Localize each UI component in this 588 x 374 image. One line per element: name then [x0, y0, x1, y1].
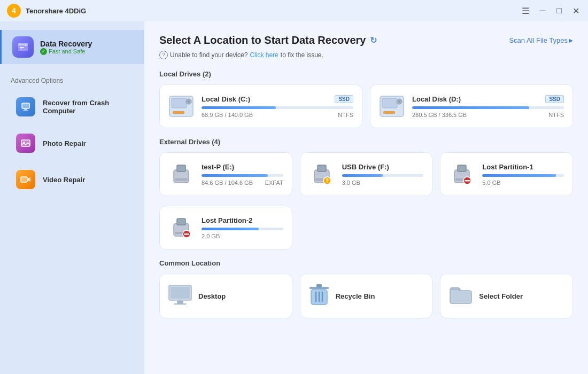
svg-point-4 [25, 45, 26, 46]
drive-d-icon-wrap [379, 94, 405, 119]
menu-icon[interactable]: ☰ [520, 5, 531, 17]
drive-f-progress [342, 174, 424, 177]
svg-rect-47 [174, 303, 187, 305]
drive-card-c[interactable]: Local Disk (C:) SSD 68.9 GB / 140.0 GB N… [159, 84, 362, 128]
titlebar-left: 4 Tenorshare 4DDiG [6, 3, 86, 18]
folder-icon [449, 285, 473, 307]
recycle-bin-icon [309, 284, 329, 308]
drive-d-name: Local Disk (D:) [412, 95, 461, 103]
drive-c-progress [202, 106, 353, 109]
drive-e-size: 84.6 GB / 104.6 GB [202, 180, 253, 186]
drive-c-info: Local Disk (C:) SSD 68.9 GB / 140.0 GB N… [202, 95, 353, 118]
titlebar-controls: ☰ ─ □ ✕ [520, 5, 582, 17]
drive-d-size: 260.5 GB / 336.5 GB [412, 112, 467, 118]
scan-all-button[interactable]: Scan All File Types [509, 36, 573, 44]
local-drives-title: Local Drives (2) [159, 70, 573, 78]
drive-lp1-meta: 5.0 GB [482, 180, 564, 186]
usb-e-icon [169, 162, 193, 186]
svg-point-20 [188, 100, 190, 103]
common-card-desktop[interactable]: Desktop [159, 274, 292, 318]
drive-e-name: test-P (E:) [202, 163, 234, 171]
common-location-title: Common Location [159, 259, 573, 267]
svg-rect-49 [316, 284, 322, 287]
common-card-folder[interactable]: Select Folder [440, 274, 573, 318]
usb-lp1-icon [450, 162, 474, 186]
help-text-content: Unable to find your device? [170, 51, 247, 59]
minimize-icon[interactable]: ─ [538, 5, 548, 17]
svg-rect-14 [21, 177, 27, 182]
maximize-icon[interactable]: □ [554, 5, 564, 17]
drive-lp1-info: Lost Partition-1 5.0 GB [482, 163, 564, 186]
drive-d-fs: NTFS [548, 112, 564, 118]
video-label: Video Repair [43, 176, 85, 184]
drive-lp2-progress [202, 228, 283, 230]
drive-f-icon-wrap: ? [309, 161, 335, 187]
drive-card-e[interactable]: test-P (E:) 84.6 GB / 104.6 GB EXFAT [159, 152, 292, 196]
folder-label: Select Folder [479, 292, 523, 300]
drive-card-d[interactable]: Local Disk (D:) SSD 260.5 GB / 336.5 GB … [370, 84, 573, 128]
page-header: Select A Location to Start Data Recovery… [159, 34, 573, 46]
sidebar-data-recovery-item[interactable]: Data Recovery Fast and Safe [0, 30, 144, 64]
help-link[interactable]: Click here [250, 51, 278, 59]
drive-lp2-size: 2.0 GB [202, 233, 220, 239]
sidebar-main-text: Data Recovery Fast and Safe [40, 40, 92, 55]
drive-lp1-size: 5.0 GB [482, 180, 500, 186]
drive-f-info: USB Drive (F:) 3.0 GB [342, 163, 424, 186]
drive-f-name: USB Drive (F:) [342, 163, 389, 171]
desktop-label: Desktop [198, 292, 226, 300]
drive-card-lp1[interactable]: Lost Partition-1 5.0 GB [440, 152, 573, 196]
svg-rect-17 [172, 98, 187, 108]
advanced-options-label: Advanced Options [0, 68, 144, 89]
sidebar-item-crash[interactable]: Recover from Crash Computer [5, 90, 138, 124]
desktop-icon [168, 285, 192, 307]
svg-rect-30 [318, 165, 326, 172]
data-recovery-subtitle: Fast and Safe [40, 48, 92, 55]
drive-d-meta: 260.5 GB / 336.5 GB NTFS [412, 112, 564, 118]
drive-card-f[interactable]: ? USB Drive (F:) 3.0 GB [300, 152, 433, 196]
hdd-d-icon [379, 95, 405, 118]
drive-e-info: test-P (E:) 84.6 GB / 104.6 GB EXFAT [202, 163, 283, 186]
svg-text:?: ? [326, 178, 329, 184]
svg-text:4: 4 [12, 6, 16, 15]
svg-rect-6 [20, 49, 22, 50]
drive-lp1-icon-wrap [449, 161, 475, 187]
drive-c-badge: SSD [335, 95, 353, 103]
crash-label: Recover from Crash Computer [43, 99, 128, 115]
svg-rect-3 [18, 43, 28, 45]
svg-rect-22 [382, 98, 397, 108]
svg-rect-23 [383, 111, 395, 114]
data-recovery-icon [12, 36, 34, 58]
svg-rect-46 [177, 301, 183, 303]
data-recovery-title: Data Recovery [40, 40, 92, 48]
drive-lp1-progress [482, 174, 564, 177]
sidebar: Data Recovery Fast and Safe Advanced Opt… [0, 21, 144, 374]
svg-point-25 [398, 100, 400, 103]
drive-e-progress [202, 174, 283, 177]
svg-rect-35 [458, 165, 466, 172]
usb-lp2-icon [169, 216, 193, 239]
svg-rect-10 [23, 110, 28, 111]
close-icon[interactable]: ✕ [570, 5, 582, 17]
common-location-grid: Desktop Recycle Bin [159, 274, 573, 318]
svg-rect-27 [177, 165, 185, 172]
help-suffix: to fix the issue. [281, 51, 323, 59]
sidebar-item-photo[interactable]: Photo Repair [5, 126, 138, 160]
external-drives-grid-bottom: Lost Partition-2 2.0 GB [159, 206, 573, 250]
page-title-wrap: Select A Location to Start Data Recovery… [159, 34, 377, 46]
svg-rect-28 [175, 178, 188, 181]
sidebar-item-video[interactable]: Video Repair [5, 162, 138, 197]
drive-card-lp2[interactable]: Lost Partition-2 2.0 GB [159, 206, 292, 250]
common-card-recycle[interactable]: Recycle Bin [300, 274, 433, 318]
local-drives-grid: Local Disk (C:) SSD 68.9 GB / 140.0 GB N… [159, 84, 573, 128]
drive-d-badge: SSD [545, 95, 564, 103]
page-title-text: Select A Location to Start Data Recovery [159, 34, 366, 46]
titlebar: 4 Tenorshare 4DDiG ☰ ─ □ ✕ [0, 0, 588, 21]
svg-rect-45 [171, 287, 190, 299]
drive-f-size: 3.0 GB [342, 180, 360, 186]
refresh-icon[interactable]: ↻ [370, 35, 377, 45]
drive-f-meta: 3.0 GB [342, 180, 424, 186]
app-body: Data Recovery Fast and Safe Advanced Opt… [0, 21, 588, 374]
drive-c-icon-wrap [168, 94, 194, 119]
usb-f-icon: ? [310, 162, 334, 186]
drive-c-fs: NTFS [338, 112, 353, 118]
